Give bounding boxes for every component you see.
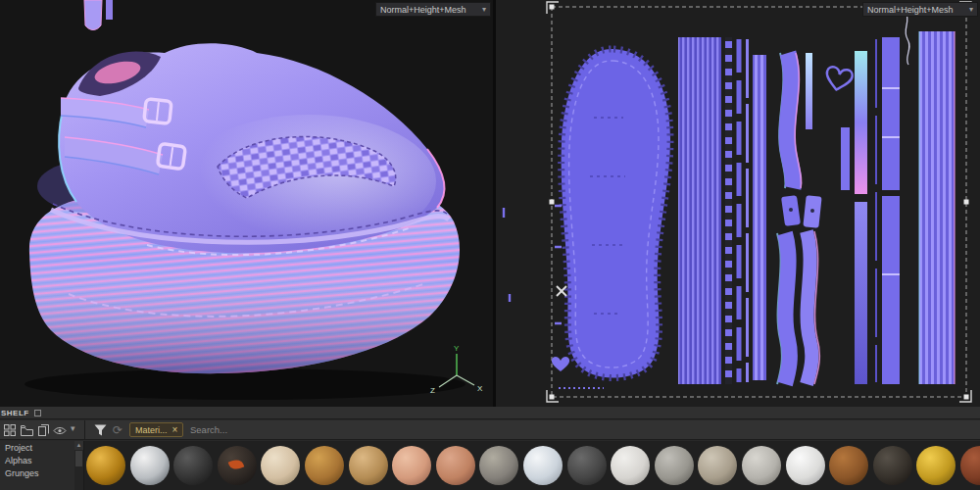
sidebar-item-alphas[interactable]: Alphas — [0, 454, 83, 466]
material-sphere-rust-red[interactable] — [960, 446, 980, 485]
uv-gradient-strip-top — [855, 51, 867, 194]
scrollbar-thumb[interactable] — [75, 451, 82, 466]
sidebar-scrollbar[interactable]: ▲ — [74, 441, 83, 490]
right-shading-mode-label: Normal+Height+Mesh — [867, 5, 954, 15]
filter-funnel-icon[interactable] — [92, 422, 108, 438]
uv-sole-island — [562, 49, 670, 378]
shelf-panel: SHELF ▾ ⟳ — [0, 407, 980, 490]
material-sphere-cream-clay[interactable] — [261, 446, 300, 485]
gizmo-x-label: X — [477, 384, 483, 393]
uv-small-strip — [841, 127, 850, 190]
scroll-up-icon[interactable]: ▲ — [74, 441, 83, 450]
filter-tag-chip[interactable]: Materi... × — [129, 422, 183, 437]
material-sphere-concrete[interactable] — [655, 446, 694, 485]
material-sphere-skin-light[interactable] — [392, 446, 431, 485]
material-sphere-wood-rings[interactable] — [305, 446, 344, 485]
materials-row — [84, 441, 980, 490]
material-sphere-gold-metal[interactable] — [916, 446, 956, 485]
sidebar-item-grunges[interactable]: Grunges — [0, 466, 83, 479]
shelf-combo-caret-icon[interactable]: ▾ — [71, 423, 75, 433]
material-sphere-pebble[interactable] — [698, 446, 737, 485]
uv-striped-band-2 — [753, 55, 766, 380]
filter-tag-label: Materi... — [135, 425, 168, 435]
material-sphere-porcelain[interactable] — [786, 446, 825, 485]
leaf-icon — [228, 458, 245, 471]
eye-icon[interactable] — [52, 422, 68, 438]
app-window: Normal+Height+Mesh ▾ Y Z X — [0, 0, 980, 490]
material-sphere-wood-planks[interactable] — [349, 446, 388, 485]
material-sphere-pearl[interactable] — [523, 446, 563, 485]
material-sphere-plaster-white[interactable] — [611, 446, 650, 485]
uv-checker-column — [725, 37, 732, 384]
viewport-3d[interactable]: Normal+Height+Mesh ▾ Y Z X — [0, 0, 493, 407]
left-shading-mode-label: Normal+Height+Mesh — [380, 5, 466, 15]
refresh-icon[interactable]: ⟳ — [110, 422, 125, 438]
toolbar-separator — [84, 420, 85, 440]
material-sphere-stone-light[interactable] — [742, 446, 781, 485]
material-sphere-rubber-dark[interactable] — [567, 446, 607, 485]
viewport-2d-uv[interactable]: Normal+Height+Mesh ▾ — [496, 0, 980, 407]
material-sphere-asphalt[interactable] — [873, 446, 912, 485]
sidebar-item-project[interactable]: Project — [0, 441, 83, 454]
material-sphere-rock-gray[interactable] — [479, 446, 518, 485]
material-sphere-chrome[interactable] — [130, 446, 170, 485]
chevron-down-icon: ▾ — [969, 5, 973, 14]
folder-icon[interactable] — [19, 422, 34, 438]
gizmo-z-label: Z — [430, 386, 435, 395]
shelf-title: SHELF — [1, 409, 29, 417]
material-sphere-honeycomb-gold[interactable] — [86, 446, 125, 485]
shelf-toolbar: ▾ ⟳ Materi... × — [0, 420, 980, 440]
filter-tag-close-icon[interactable]: × — [172, 424, 178, 435]
material-sphere-charcoal[interactable] — [173, 446, 213, 485]
uv-striped-band — [678, 37, 721, 384]
shelf-titlebar: SHELF — [0, 407, 980, 419]
search-input[interactable] — [188, 422, 423, 437]
shelf-sidebar: Project Alphas Grunges ▲ — [0, 441, 84, 490]
navigation-gizmo[interactable]: Y Z X — [426, 342, 487, 395]
grid-view-icon[interactable] — [2, 422, 18, 438]
material-sphere-leather-brown[interactable] — [829, 446, 868, 485]
uv-gradient-strip-bottom — [855, 202, 867, 384]
right-shading-mode-dropdown[interactable]: Normal+Height+Mesh ▾ — [862, 2, 978, 17]
uv-right-band — [919, 31, 955, 384]
uv-normal-map — [496, 0, 980, 407]
panel-icon — [34, 410, 41, 416]
chevron-down-icon: ▾ — [482, 5, 486, 14]
document-icon[interactable] — [35, 422, 51, 438]
material-sphere-skin-clay[interactable] — [436, 446, 475, 485]
material-sphere-dark-leaf[interactable] — [218, 446, 257, 485]
left-shading-mode-dropdown[interactable]: Normal+Height+Mesh ▾ — [375, 2, 491, 17]
shoe-3d-render — [0, 0, 493, 407]
gizmo-y-label: Y — [454, 344, 460, 353]
